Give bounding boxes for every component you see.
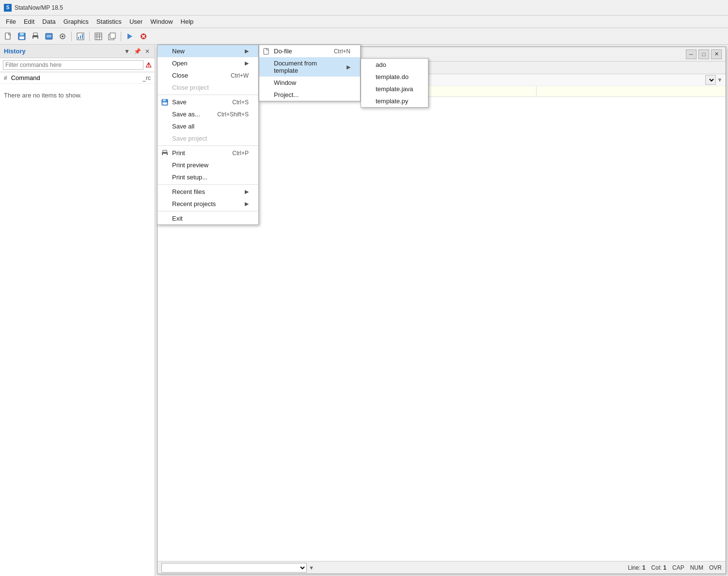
menu-item-new[interactable]: New ▶ <box>158 45 258 57</box>
save-menu-icon <box>160 98 169 107</box>
history-search-input[interactable] <box>3 60 143 70</box>
menu-edit[interactable]: Edit <box>20 16 38 27</box>
history-command-col: Command <box>11 74 143 81</box>
new-submenu-dofile[interactable]: Do-file Ctrl+N <box>259 45 360 57</box>
svg-marker-23 <box>127 33 132 39</box>
history-search-bar: ⚠ <box>0 58 155 72</box>
svg-rect-31 <box>162 102 167 105</box>
app-title: StataNow/MP 18.5 <box>15 4 63 11</box>
history-pin-icon[interactable]: 📌 <box>133 48 142 55</box>
recent-projects-arrow: ▶ <box>245 201 249 207</box>
history-toolbar-icons: ▼ 📌 ✕ <box>123 48 151 55</box>
menu-help[interactable]: Help <box>177 16 198 27</box>
view-btn[interactable] <box>56 30 69 43</box>
menu-item-print[interactable]: Print Ctrl+P <box>158 147 258 159</box>
svg-rect-5 <box>33 33 37 35</box>
new-submenu: Do-file Ctrl+N Document from template ▶ … <box>259 45 361 101</box>
dofile-menu-icon <box>262 47 271 56</box>
menu-sep-1 <box>158 95 258 95</box>
menu-sep-4 <box>158 211 258 211</box>
copy-data-btn[interactable] <box>106 30 118 43</box>
statusbar-file-dropdown[interactable] <box>161 563 307 573</box>
run-btn[interactable] <box>124 30 136 43</box>
svg-point-11 <box>62 35 63 37</box>
maximize-btn[interactable]: □ <box>698 49 709 59</box>
menu-data[interactable]: Data <box>38 16 59 27</box>
svg-rect-35 <box>264 48 269 54</box>
template-java[interactable]: template.java <box>361 83 428 95</box>
log-btn[interactable] <box>43 30 55 43</box>
history-warn-icon: ⚠ <box>145 61 152 69</box>
history-command-row: # Command _rc <box>0 72 155 84</box>
statusbar-dropdown-arrow[interactable]: ▼ <box>309 565 314 571</box>
num-status: NUM <box>690 564 703 571</box>
dofile-shortcut: Ctrl+N <box>334 48 350 55</box>
svg-rect-0 <box>5 33 10 39</box>
menu-item-print-preview[interactable]: Print preview <box>158 159 258 171</box>
sep2 <box>89 32 90 41</box>
menu-item-exit[interactable]: Exit <box>158 212 258 224</box>
menu-sep-2 <box>158 145 258 146</box>
history-header: History ▼ 📌 ✕ <box>0 45 155 58</box>
new-submenu-project[interactable]: Project... <box>259 89 360 101</box>
svg-rect-22 <box>110 33 115 38</box>
menu-item-recent-files[interactable]: Recent files ▶ <box>158 186 258 198</box>
new-arrow-icon: ▶ <box>245 48 249 54</box>
save-btn[interactable] <box>16 30 28 43</box>
new-submenu-doc-from-template[interactable]: Document from template ▶ <box>259 57 360 77</box>
menu-file[interactable]: File <box>2 16 20 27</box>
history-empty-message: There are no items to show. <box>0 84 155 107</box>
chart-btn[interactable] <box>74 30 87 43</box>
window-controls: ─ □ ✕ <box>686 49 722 59</box>
menu-item-save-project: Save project <box>158 132 258 144</box>
line-value: 1 <box>642 564 646 571</box>
menu-item-save[interactable]: Save Ctrl+S <box>158 96 258 108</box>
title-bar: S StataNow/MP 18.5 <box>0 0 728 16</box>
file-tab-dropdown[interactable] <box>705 75 716 85</box>
close-btn[interactable]: ✕ <box>711 49 722 59</box>
edit-data-btn[interactable] <box>92 30 105 43</box>
stop-btn[interactable] <box>137 30 150 43</box>
open-arrow-icon: ▶ <box>245 60 249 66</box>
svg-rect-7 <box>46 33 52 39</box>
svg-rect-6 <box>33 37 37 39</box>
svg-rect-16 <box>95 33 102 40</box>
menu-item-save-as[interactable]: Save as... Ctrl+Shift+S <box>158 108 258 120</box>
svg-rect-14 <box>80 35 81 39</box>
history-close-icon[interactable]: ✕ <box>144 48 151 55</box>
main-layout: History ▼ 📌 ✕ ⚠ # Command _rc There are … <box>0 45 728 576</box>
history-rc-col: _rc <box>142 75 151 81</box>
print-menu-icon <box>160 149 169 158</box>
template-py[interactable]: template.py <box>361 95 428 107</box>
toolbar <box>0 28 728 45</box>
history-hash-col: # <box>4 75 7 81</box>
menu-graphics[interactable]: Graphics <box>60 16 93 27</box>
menu-window[interactable]: Window <box>146 16 176 27</box>
menu-item-close[interactable]: Close Ctrl+W <box>158 69 258 81</box>
menu-statistics[interactable]: Statistics <box>93 16 126 27</box>
sep1 <box>71 32 72 41</box>
col-label: Col: 1 <box>651 564 666 571</box>
app-icon: S <box>4 4 12 12</box>
menu-item-open[interactable]: Open ▶ <box>158 57 258 69</box>
template-do[interactable]: template.do <box>361 71 428 83</box>
menu-user[interactable]: User <box>126 16 146 27</box>
svg-rect-2 <box>20 33 24 35</box>
print-shortcut: Ctrl+P <box>232 150 249 157</box>
print-btn[interactable] <box>29 30 42 43</box>
file-menu-dropdown: New ▶ Open ▶ Close Ctrl+W Close project … <box>157 45 259 225</box>
main-menu-bar: File Edit Data Graphics Statistics User … <box>0 16 728 28</box>
svg-rect-3 <box>19 36 24 39</box>
minimize-btn[interactable]: ─ <box>686 49 696 59</box>
statusbar-left: ▼ <box>161 563 314 573</box>
svg-rect-15 <box>82 34 83 39</box>
menu-item-print-setup[interactable]: Print setup... <box>158 171 258 183</box>
history-filter-icon[interactable]: ▼ <box>123 48 131 55</box>
col-value: 1 <box>663 564 666 571</box>
new-submenu-window[interactable]: Window <box>259 77 360 89</box>
menu-item-save-all[interactable]: Save all <box>158 120 258 132</box>
dropdown-arrow[interactable]: ▼ <box>716 77 724 83</box>
new-file-btn[interactable] <box>2 30 15 43</box>
template-ado[interactable]: ado <box>361 59 428 71</box>
menu-item-recent-projects[interactable]: Recent projects ▶ <box>158 198 258 210</box>
